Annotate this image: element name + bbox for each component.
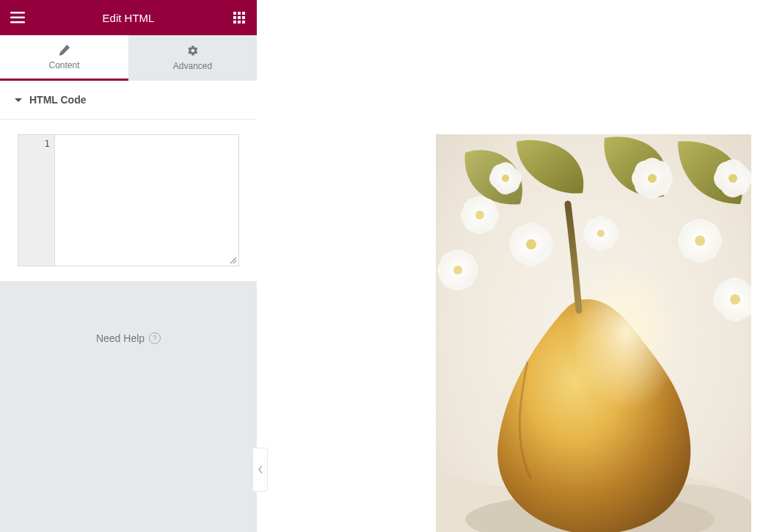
tab-advanced-label: Advanced bbox=[173, 61, 212, 71]
svg-rect-5 bbox=[242, 12, 245, 15]
svg-rect-3 bbox=[233, 12, 236, 15]
section-html-code: HTML Code 1 bbox=[0, 81, 257, 281]
editor-sidebar: Edit HTML Content Advanced HTM bbox=[0, 0, 257, 532]
svg-rect-11 bbox=[242, 21, 245, 23]
resize-handle-icon[interactable] bbox=[228, 255, 237, 264]
apps-icon[interactable] bbox=[229, 7, 249, 28]
caret-down-icon bbox=[15, 98, 22, 102]
svg-point-14 bbox=[539, 266, 700, 487]
svg-rect-2 bbox=[10, 21, 25, 23]
code-editor[interactable]: 1 bbox=[18, 134, 239, 266]
need-help-label: Need Help bbox=[96, 332, 145, 344]
svg-point-48 bbox=[729, 174, 737, 183]
svg-point-52 bbox=[730, 294, 740, 305]
pencil-icon bbox=[59, 44, 70, 56]
svg-rect-9 bbox=[233, 21, 236, 23]
svg-point-44 bbox=[695, 236, 705, 246]
help-icon: ? bbox=[149, 332, 161, 344]
menu-icon[interactable] bbox=[7, 7, 28, 28]
svg-rect-10 bbox=[238, 21, 241, 23]
svg-rect-4 bbox=[238, 12, 241, 15]
panel-header: Edit HTML bbox=[0, 0, 257, 35]
section-body: 1 bbox=[0, 120, 257, 281]
preview-image bbox=[436, 134, 751, 532]
panel-title: Edit HTML bbox=[28, 12, 229, 24]
gear-icon bbox=[187, 45, 199, 57]
tab-content-label: Content bbox=[48, 60, 79, 70]
svg-rect-8 bbox=[242, 16, 245, 19]
svg-point-39 bbox=[648, 174, 657, 183]
preview-area bbox=[257, 0, 763, 532]
svg-rect-1 bbox=[10, 17, 25, 19]
code-textarea[interactable] bbox=[55, 135, 238, 266]
panel-tabs: Content Advanced bbox=[0, 35, 257, 81]
svg-point-29 bbox=[453, 266, 462, 274]
code-gutter: 1 bbox=[18, 135, 55, 266]
svg-rect-7 bbox=[238, 16, 241, 19]
svg-point-34 bbox=[597, 230, 605, 237]
section-toggle[interactable]: HTML Code bbox=[0, 81, 257, 120]
svg-point-56 bbox=[502, 175, 509, 182]
svg-point-19 bbox=[475, 211, 484, 219]
svg-rect-6 bbox=[233, 16, 236, 19]
svg-rect-0 bbox=[10, 12, 25, 14]
tab-advanced[interactable]: Advanced bbox=[128, 35, 257, 81]
svg-point-24 bbox=[526, 239, 536, 249]
need-help-link[interactable]: Need Help ? bbox=[0, 281, 257, 359]
line-number: 1 bbox=[18, 138, 50, 149]
chevron-left-icon bbox=[258, 465, 263, 474]
tab-content[interactable]: Content bbox=[0, 35, 128, 81]
section-title: HTML Code bbox=[29, 94, 87, 106]
panel-collapse-button[interactable] bbox=[253, 448, 268, 492]
